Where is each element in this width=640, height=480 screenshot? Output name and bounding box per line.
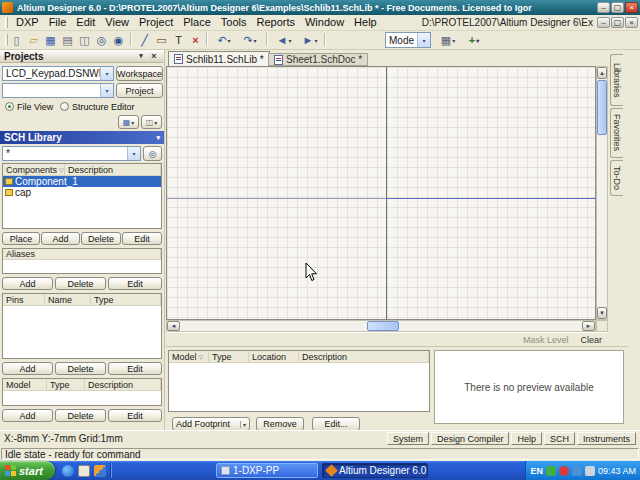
undo-button[interactable]: ↶▾ (212, 32, 236, 48)
redo-button[interactable]: ↷▾ (238, 32, 262, 48)
menu-tools[interactable]: Tools (216, 15, 252, 30)
previous-part-button[interactable]: ◄▾ (272, 32, 296, 48)
model-column-header[interactable]: Model (3, 379, 47, 390)
delete-pin-button[interactable]: Delete (55, 362, 106, 375)
place-button[interactable]: Place (2, 232, 40, 245)
help-button[interactable]: Help (511, 432, 542, 445)
add-new-part-button[interactable]: +▾ (462, 32, 486, 48)
add-component-button[interactable]: Add (41, 232, 80, 245)
mdi-restore-button[interactable]: ▢ (611, 17, 624, 28)
quicklaunch-icon-3[interactable] (94, 465, 106, 477)
next-part-button[interactable]: ►▾ (298, 32, 322, 48)
workspace-button[interactable]: Workspace (116, 66, 163, 81)
instruments-button[interactable]: Instruments (577, 432, 636, 445)
search-button[interactable]: ◎ (143, 146, 162, 161)
clock[interactable]: 09:43 AM (598, 466, 636, 476)
add-alias-button[interactable]: Add (2, 277, 53, 290)
menu-file[interactable]: File (44, 15, 72, 30)
horizontal-scrollbar[interactable]: ◄ ► (166, 320, 596, 332)
tab-favorites[interactable]: Favorites (610, 108, 623, 158)
mdi-minimize-button[interactable]: – (597, 17, 610, 28)
place-line-icon[interactable]: ╱ (136, 32, 153, 48)
model-column-header[interactable]: Model▽ (169, 351, 209, 362)
tab-todo[interactable]: To-Do (610, 160, 623, 196)
tab-libraries[interactable]: Libraries (610, 54, 623, 106)
maximize-button[interactable]: ▢ (611, 2, 624, 13)
structure-editor-radio[interactable] (60, 102, 69, 111)
type-column-header[interactable]: Type (209, 351, 249, 362)
menu-dxp[interactable]: DXP (11, 15, 44, 30)
scroll-left-icon[interactable]: ◄ (167, 321, 180, 331)
description-column-header[interactable]: Description (65, 164, 161, 175)
aliases-column-header[interactable]: Aliases (3, 249, 161, 259)
print-preview-icon[interactable]: ◫ (76, 32, 93, 48)
quicklaunch-icon-1[interactable] (62, 465, 74, 477)
place-rectangle-icon[interactable]: ▭ (153, 32, 170, 48)
add-pin-button[interactable]: Add (2, 362, 53, 375)
task-button-dxp-pp[interactable]: 1-DXP-PP (216, 463, 318, 478)
close-button[interactable]: × (625, 2, 638, 13)
vertical-scroll-thumb[interactable] (597, 80, 607, 135)
delete-component-button[interactable]: Delete (81, 232, 121, 245)
zoom-document-icon[interactable]: ◉ (110, 32, 127, 48)
edit-footprint-button[interactable]: Edit... (312, 417, 360, 431)
title-bar[interactable]: Altium Designer 6.0 - D:\PROTEL2007\Alti… (0, 0, 640, 15)
vertical-scrollbar[interactable]: ▲ ▼ (596, 66, 608, 320)
place-text-icon[interactable]: T (170, 32, 187, 48)
tab-schlib11[interactable]: Schlib11.SchLib * (168, 51, 270, 66)
menu-help[interactable]: Help (349, 15, 382, 30)
edit-alias-button[interactable]: Edit (108, 277, 162, 290)
delete-alias-button[interactable]: Delete (55, 277, 106, 290)
menu-reports[interactable]: Reports (251, 15, 300, 30)
component-filter-dropdown[interactable]: * ▾ (2, 146, 141, 161)
quicklaunch-icon-2[interactable] (78, 465, 90, 477)
component-list-item[interactable]: cap (3, 187, 161, 198)
component-list-item[interactable]: Component_1 (3, 176, 161, 187)
design-compiler-button[interactable]: Design Compiler (431, 432, 510, 445)
language-indicator[interactable]: EN (530, 466, 543, 476)
scroll-up-icon[interactable]: ▲ (597, 67, 607, 79)
menu-view[interactable]: View (100, 15, 134, 30)
tab-sheet1[interactable]: Sheet1.SchDoc * (268, 53, 368, 66)
menu-project[interactable]: Project (134, 15, 178, 30)
panel-dropdown-icon[interactable]: ▾ (135, 51, 147, 62)
save-document-icon[interactable]: ▦ (42, 32, 59, 48)
open-document-icon[interactable]: ▱ (25, 32, 42, 48)
display-options-button[interactable]: ▦ ▾ (118, 115, 139, 129)
project-button[interactable]: Project (116, 83, 163, 98)
description-column-header[interactable]: Description (299, 351, 429, 362)
zoom-window-icon[interactable]: ◎ (93, 32, 110, 48)
panel-menu-button[interactable]: ◫ ▾ (141, 115, 162, 129)
scroll-down-icon[interactable]: ▼ (597, 307, 607, 319)
type-column-header[interactable]: Type (91, 294, 161, 305)
tray-icon-2[interactable] (559, 466, 569, 476)
start-button[interactable]: start (0, 461, 55, 480)
project-dropdown[interactable]: ▾ (2, 83, 114, 98)
task-button-altium[interactable]: Altium Designer 6.0 - ... (322, 463, 428, 478)
file-view-radio[interactable] (5, 102, 14, 111)
tray-icon-4[interactable] (585, 466, 595, 476)
schematic-editor-canvas[interactable] (166, 66, 596, 320)
name-column-header[interactable]: Name (45, 294, 91, 305)
menu-window[interactable]: Window (300, 15, 349, 30)
grid-settings-button[interactable]: ▦▾ (436, 32, 460, 48)
scroll-right-icon[interactable]: ► (582, 321, 595, 331)
workspace-dropdown[interactable]: LCD_Keypad.DSNWRK ▾ (2, 66, 114, 81)
panel-header-dropdown-icon[interactable]: ▾ (156, 134, 160, 142)
clear-filter-icon[interactable]: × (187, 32, 204, 48)
tray-icon-1[interactable] (546, 466, 556, 476)
tray-icon-3[interactable] (572, 466, 582, 476)
delete-model-button[interactable]: Delete (55, 409, 106, 422)
print-icon[interactable]: ▤ (59, 32, 76, 48)
description-column-header[interactable]: Description (85, 379, 161, 390)
panel-close-icon[interactable]: × (148, 51, 160, 62)
mode-dropdown[interactable]: Mode ▾ (385, 32, 431, 48)
horizontal-scroll-thumb[interactable] (367, 321, 399, 331)
new-document-icon[interactable]: ▯ (8, 32, 25, 48)
minimize-button[interactable]: – (597, 2, 610, 13)
add-footprint-button[interactable]: Add Footprint ▾ (172, 417, 250, 431)
sch-button[interactable]: SCH (544, 432, 575, 445)
edit-component-button[interactable]: Edit (122, 232, 162, 245)
edit-pin-button[interactable]: Edit (108, 362, 162, 375)
clear-mask-button[interactable]: Clear (580, 335, 602, 345)
